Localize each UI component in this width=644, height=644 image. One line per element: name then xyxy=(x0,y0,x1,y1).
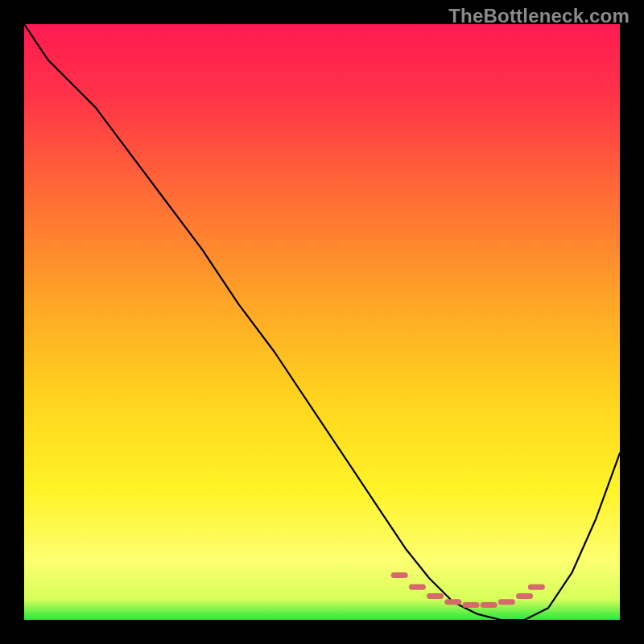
curve-layer xyxy=(24,24,620,620)
plot-area xyxy=(24,24,620,620)
chart-container: TheBottleneck.com xyxy=(0,0,644,644)
bottleneck-curve xyxy=(24,24,620,620)
valley-markers xyxy=(394,576,542,605)
